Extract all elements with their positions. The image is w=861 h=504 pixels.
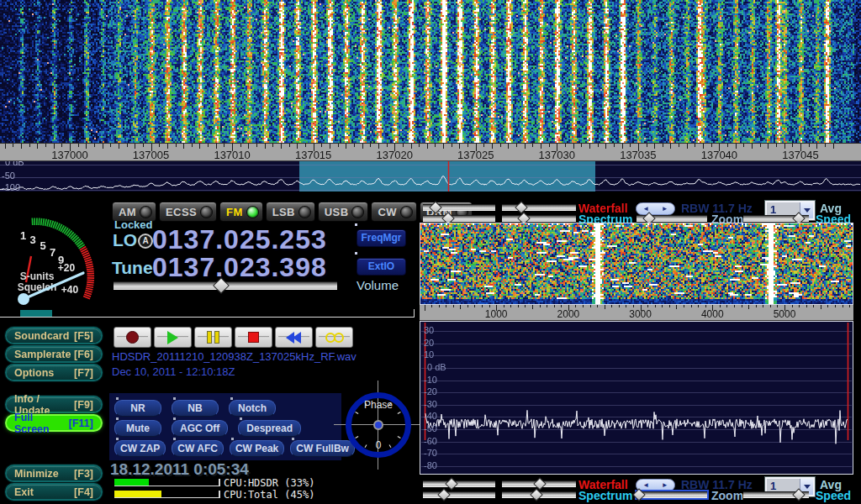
despread-button[interactable]: Despread	[238, 420, 301, 437]
zoom-label: Zoom	[711, 489, 743, 502]
db-axis-label: -20	[424, 386, 437, 396]
s-meter-label: 3	[29, 234, 35, 246]
frequency-tick-label: 137030	[539, 149, 575, 161]
phase-indicator: Phase 0	[341, 387, 416, 463]
bottom-waterfall-contrast-slider[interactable]	[502, 480, 576, 487]
s-meter-label: 7	[50, 246, 55, 259]
stop-button[interactable]	[235, 327, 272, 348]
audio-frequency-scale[interactable]: 10002000300040005000	[420, 305, 853, 321]
samplerate-button[interactable]: Samplerate[F6]	[7, 347, 101, 361]
soundcard-button[interactable]: Soundcard[F5]	[7, 328, 101, 343]
slider-thumb[interactable]	[429, 201, 442, 214]
frequency-tick-label: 137020	[376, 149, 412, 161]
side-button-label: Full Screen	[14, 412, 69, 435]
panel-divider	[414, 309, 415, 318]
phase-label: Phase	[341, 399, 416, 411]
right-arrow-icon[interactable]: ►	[662, 482, 668, 489]
db-axis-label: -50	[2, 171, 15, 181]
db-axis-label: -30	[424, 399, 437, 409]
db-axis-label: -70	[424, 448, 437, 458]
audio-frequency-tick-label: 4000	[701, 308, 724, 320]
audio-spectrum-frame: 3020100 dB-10-20-30-40-50-60-70-80	[420, 321, 853, 475]
db-axis-label: -80	[424, 460, 437, 470]
bottom-waterfall-scroll-spinner[interactable]: ◄►	[636, 479, 675, 491]
main-spectrum-canvas	[0, 161, 861, 192]
volume-slider[interactable]	[114, 281, 337, 290]
top-zoom-slider[interactable]	[637, 215, 707, 222]
top-speed-slider[interactable]	[743, 215, 809, 222]
right-arrow-icon[interactable]: ►	[662, 206, 668, 213]
audio-frequency-tick-label: 2000	[557, 308, 580, 320]
phase-dot	[373, 420, 383, 430]
audio-spectrum-display[interactable]	[420, 322, 853, 474]
bottom-spectrum-brightness-slider[interactable]	[423, 491, 495, 498]
bottom-waterfall-brightness-slider[interactable]	[423, 480, 495, 487]
recording-filename: HDSDR_20111210_120938Z_137025kHz_RF.wav	[112, 350, 357, 363]
tune-frequency-display[interactable]: 0137.023.398	[152, 252, 327, 283]
hdsdr-window: 1370001370051370101370151370201370251370…	[0, 0, 861, 504]
play-button[interactable]	[154, 327, 192, 348]
slider-thumb[interactable]	[515, 201, 528, 214]
top-waterfall-contrast-slider[interactable]	[502, 204, 576, 211]
zoomed-waterfall-frame	[420, 223, 853, 305]
dsp-row: CW ZAPCW AFCCW PeakCW FullBw	[114, 440, 361, 457]
side-button-label: Minimize	[14, 468, 59, 480]
agc-off-button[interactable]: AGC Off	[172, 420, 228, 437]
side-button-key: [F5]	[74, 330, 93, 342]
db-axis-label: -100	[2, 182, 20, 192]
slider-thumb[interactable]	[437, 488, 451, 501]
side-button-label: Samplerate	[14, 349, 71, 360]
speed-label: Speed	[816, 489, 851, 502]
lo-label: LO	[113, 230, 137, 250]
cw-peak-button[interactable]: CW Peak	[230, 440, 284, 457]
slider-thumb[interactable]	[531, 488, 544, 501]
s-units-label: S-units	[20, 270, 55, 282]
notch-button[interactable]: Notch	[229, 400, 276, 417]
pause-button[interactable]	[194, 327, 232, 348]
top-waterfall-brightness-slider[interactable]	[423, 204, 495, 211]
top-spectrum-brightness-slider[interactable]	[423, 215, 495, 222]
db-axis-label: 10	[424, 349, 434, 360]
main-frequency-scale[interactable]: 1370001370051370101370151370201370251370…	[0, 143, 861, 161]
loop-icon	[325, 333, 344, 343]
mute-button[interactable]: Mute	[114, 420, 161, 437]
rewind-button[interactable]	[275, 327, 313, 348]
right-controls-top: Waterfall◄►RBW 11.7 Hz1AvgSpectrumZoomSp…	[0, 201, 861, 224]
bottom-spectrum-contrast-slider[interactable]	[502, 491, 576, 498]
dsp-panel: NRNBNotchMuteAGC OffDespreadCW ZAPCW AFC…	[109, 393, 341, 460]
slider-thumb[interactable]	[446, 477, 459, 491]
main-spectrum-display[interactable]: 0 dB-50-100	[0, 161, 861, 192]
record-button[interactable]	[114, 327, 151, 348]
chevron-down-icon	[804, 485, 811, 489]
loop-button[interactable]	[315, 327, 353, 348]
nr-button[interactable]: NR	[114, 400, 161, 417]
freqmgr-button[interactable]: FreqMgr	[357, 229, 406, 247]
main-waterfall-display[interactable]	[0, 0, 861, 143]
audio-frequency-tick-label: 1000	[485, 308, 508, 320]
cw-afc-button[interactable]: CW AFC	[172, 440, 224, 457]
exit-button[interactable]: Exit[F4]	[7, 485, 101, 499]
bottom-zoom-slider[interactable]	[637, 491, 707, 498]
extio-led	[355, 252, 357, 255]
top-waterfall-scroll-spinner[interactable]: ◄►	[636, 202, 675, 215]
full-screen-button[interactable]: Full Screen[F11]	[7, 416, 101, 430]
lo-frequency-display[interactable]: 0137.025.253	[152, 224, 327, 255]
frequency-tick-label: 137025	[457, 149, 494, 161]
s-meter-label: +40	[61, 284, 79, 296]
phase-value: 0	[341, 439, 416, 451]
record-icon	[126, 331, 139, 344]
right-controls-bottom: Waterfall◄►RBW 11.7 Hz1AvgSpectrumZoomSp…	[0, 477, 861, 501]
nb-button[interactable]: NB	[172, 400, 219, 417]
zoomed-waterfall-display[interactable]	[420, 223, 853, 304]
db-axis-label: 0 dB	[5, 161, 24, 167]
extio-button[interactable]: ExtIO	[357, 258, 406, 276]
top-spectrum-contrast-slider[interactable]	[502, 215, 576, 222]
options-button[interactable]: Options[F7]	[7, 365, 101, 380]
lo-auto-badge[interactable]: A	[138, 234, 153, 249]
bottom-speed-slider[interactable]	[743, 491, 809, 498]
info-update-button[interactable]: Info / Update[F9]	[7, 397, 101, 412]
cw-zap-button[interactable]: CW ZAP	[114, 440, 166, 457]
audio-frequency-tick-label: 3000	[629, 308, 652, 320]
minimize-button[interactable]: Minimize[F3]	[7, 466, 101, 480]
left-arrow-icon[interactable]: ◄	[642, 482, 649, 489]
